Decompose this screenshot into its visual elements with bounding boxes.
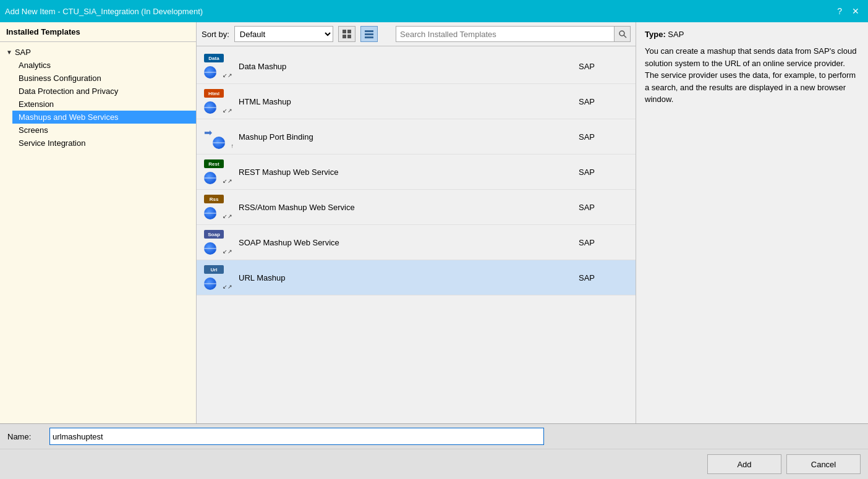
bottom-bar: Name: (0, 423, 868, 449)
tree-area: ▼ SAP Analytics Business Configuration D… (0, 42, 196, 423)
name-label: Name: (7, 432, 45, 441)
tree-root-sap[interactable]: ▼ SAP (0, 46, 196, 59)
name-input[interactable] (49, 428, 544, 445)
analytics-label: Analytics (19, 61, 51, 70)
search-input[interactable] (396, 27, 614, 41)
list-view-icon (364, 29, 374, 39)
icon-label-rest: Rest (204, 159, 224, 168)
template-source-soap-mashup: SAP (579, 238, 628, 247)
template-icon-data-mashup: Data ↙↗ (204, 54, 234, 78)
icon-label-html: Html (204, 89, 224, 98)
left-panel: Installed Templates ▼ SAP Analytics Busi… (0, 22, 197, 423)
template-item-mashup-port-binding[interactable]: ➡ ↑ Mashup Port Binding SAP (197, 119, 636, 155)
icon-globe-soap (204, 242, 216, 255)
icon-arrows-data: ↙↗ (223, 72, 232, 78)
template-name-data-mashup: Data Mashup (239, 62, 579, 71)
title-bar-buttons: ? ✕ (833, 5, 863, 17)
sidebar-item-screens[interactable]: Screens (12, 124, 196, 137)
installed-templates-header: Installed Templates (0, 22, 196, 42)
svg-line-8 (624, 35, 626, 38)
template-source-data-mashup: SAP (579, 62, 628, 71)
template-source-url-mashup: SAP (579, 273, 628, 282)
sidebar-item-analytics[interactable]: Analytics (12, 59, 196, 72)
template-source-html-mashup: SAP (579, 97, 628, 106)
icon-globe-port (213, 137, 225, 149)
template-name-html-mashup: HTML Mashup (239, 97, 579, 106)
title-text: Add New Item - CTU_SIA_Integration (In D… (5, 7, 203, 16)
top-section: Installed Templates ▼ SAP Analytics Busi… (0, 22, 868, 423)
template-icon-html-mashup: Html ↙↗ (204, 89, 234, 114)
right-panel: Type: SAP You can create a mashup that s… (636, 22, 868, 423)
mashups-label: Mashups and Web Services (19, 112, 119, 122)
service-integration-label: Service Integration (19, 138, 85, 148)
sidebar-item-service-integration[interactable]: Service Integration (12, 137, 196, 150)
icon-arrows-url: ↙↗ (223, 284, 232, 290)
template-icon-rest: Rest ↙↗ (204, 159, 234, 184)
tree-children: Analytics Business Configuration Data Pr… (0, 59, 196, 150)
toolbar: Sort by: Default Name Type (197, 22, 636, 46)
svg-rect-5 (365, 33, 373, 35)
icon-arrows-rss: ↙↗ (223, 213, 232, 219)
icon-arrows-html: ↙↗ (223, 108, 232, 114)
icon-label-rss: Rss (204, 195, 224, 203)
data-protection-label: Data Protection and Privacy (19, 87, 118, 96)
template-icon-mashup-port: ➡ ↑ (204, 124, 234, 149)
template-name-url-mashup: URL Mashup (239, 273, 579, 282)
dialog-container: Add New Item - CTU_SIA_Integration (In D… (0, 0, 868, 479)
template-item-data-mashup[interactable]: Data ↙↗ Data Mashup SAP (197, 49, 636, 84)
template-name-mashup-port: Mashup Port Binding (239, 132, 579, 142)
middle-panel: Sort by: Default Name Type (197, 22, 636, 423)
template-item-rest-mashup[interactable]: Rest ↙↗ REST Mashup Web Service SAP (197, 155, 636, 190)
add-button[interactable]: Add (707, 454, 781, 474)
footer: Add Cancel (0, 449, 868, 479)
cancel-button[interactable]: Cancel (786, 454, 861, 474)
description-text: You can create a mashup that sends data … (645, 45, 859, 106)
close-button[interactable]: ✕ (848, 5, 863, 17)
template-source-rss-mashup: SAP (579, 203, 628, 212)
template-source-rest-mashup: SAP (579, 167, 628, 177)
svg-rect-6 (365, 36, 373, 38)
content-area: Installed Templates ▼ SAP Analytics Busi… (0, 22, 868, 479)
list-view-button[interactable] (360, 26, 378, 42)
icon-globe-rss (204, 207, 216, 219)
title-bar: Add New Item - CTU_SIA_Integration (In D… (0, 0, 868, 22)
template-item-soap-mashup[interactable]: Soap ↙↗ SOAP Mashup Web Service SAP (197, 225, 636, 260)
sidebar-item-mashups[interactable]: Mashups and Web Services (12, 111, 196, 124)
template-list: Data ↙↗ Data Mashup SAP Html ↙↗ (197, 46, 636, 423)
sort-label: Sort by: (202, 30, 229, 39)
extension-label: Extension (19, 100, 54, 109)
grid-view-button[interactable] (338, 26, 355, 42)
template-name-rest-mashup: REST Mashup Web Service (239, 167, 579, 177)
template-name-soap-mashup: SOAP Mashup Web Service (239, 238, 579, 247)
tree-root-label: SAP (15, 48, 31, 57)
icon-arrows-rest: ↙↗ (223, 178, 232, 184)
icon-label-data: Data (204, 54, 224, 62)
icon-globe-data (204, 66, 216, 78)
sidebar-item-extension[interactable]: Extension (12, 98, 196, 111)
sidebar-item-data-protection[interactable]: Data Protection and Privacy (12, 85, 196, 98)
type-value: SAP (668, 30, 684, 39)
icon-globe-rest (204, 172, 216, 184)
sidebar-item-business-config[interactable]: Business Configuration (12, 72, 196, 85)
search-icon (618, 30, 627, 38)
search-box (396, 26, 631, 42)
template-icon-rss: Rss ↙↗ (204, 195, 234, 219)
screens-label: Screens (19, 125, 48, 135)
svg-rect-0 (343, 30, 346, 33)
template-item-url-mashup[interactable]: Url ↙↗ URL Mashup SAP (197, 260, 636, 295)
svg-rect-2 (343, 35, 346, 38)
icon-arrows-soap: ↙↗ (223, 248, 232, 255)
icon-label-url: Url (204, 265, 224, 274)
template-item-rss-mashup[interactable]: Rss ↙↗ RSS/Atom Mashup Web Service SAP (197, 190, 636, 225)
collapse-arrow: ▼ (6, 49, 12, 56)
template-item-html-mashup[interactable]: Html ↙↗ HTML Mashup SAP (197, 84, 636, 119)
type-label: Type: (645, 30, 666, 39)
search-button[interactable] (614, 27, 630, 41)
sort-select[interactable]: Default Name Type (234, 26, 333, 42)
template-icon-soap: Soap ↙↗ (204, 230, 234, 255)
icon-globe-html (204, 101, 216, 114)
svg-rect-1 (347, 30, 351, 33)
help-button[interactable]: ? (833, 5, 846, 17)
type-line: Type: SAP (645, 30, 859, 39)
grid-view-icon (342, 29, 352, 39)
